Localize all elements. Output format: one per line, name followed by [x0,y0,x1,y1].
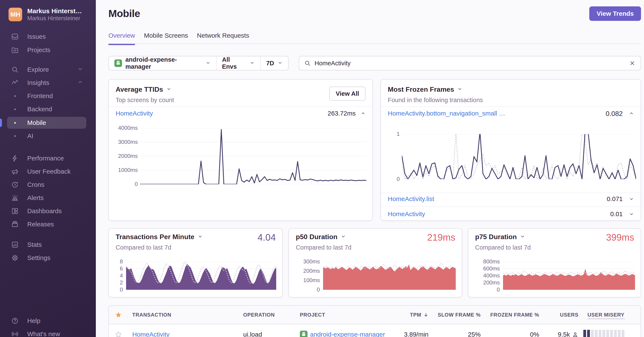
frozen-frames-title[interactable]: Most Frozen Frames [388,85,462,93]
org-switcher[interactable]: MH Markus Hinterst… Markus Hintersteiner [8,7,82,22]
users-cell: 9.5k [539,331,578,337]
y-tick: 400ms [468,272,500,279]
chevron-down-icon [198,233,203,241]
sidebar-item-releases[interactable]: Releases [11,218,90,230]
col-users[interactable]: USERS [539,312,578,318]
tpm-cell: 3.89/min [399,331,428,337]
p50-subtitle: Compared to last 7d [296,244,352,251]
archive-icon [11,220,19,228]
user-icon [572,331,578,337]
card-title-text: Most Frozen Frames [388,85,454,93]
sidebar-item-label: Frontend [27,92,53,100]
p50-title[interactable]: p50 Duration [296,233,346,241]
p50-card: p50 Duration 219ms Compared to last 7d 3… [288,228,462,298]
col-tpm[interactable]: TPM [399,312,428,318]
chevron-up-icon[interactable] [360,111,366,117]
sidebar-item-projects[interactable]: Projects [11,44,90,56]
sidebar-item-label: Performance [27,155,64,162]
col-user-misery[interactable]: USER MISERY [578,312,641,318]
sidebar-item-whats-new[interactable]: What's new [11,328,90,337]
col-frozen-frame[interactable]: FROZEN FRAME % [481,312,539,318]
sidebar-item-frontend[interactable]: Frontend [11,90,90,102]
col-tpm-label: TPM [410,312,421,318]
bullet-icon [11,95,19,97]
sidebar-item-label: Crons [27,181,44,188]
chevron-down-icon[interactable] [629,211,634,218]
y-tick: 1 [381,131,400,137]
divider [381,206,640,207]
page-title: Mobile [108,8,140,19]
sidebar-item-stats[interactable]: Stats [11,239,90,251]
avatar[interactable]: MH [8,8,22,21]
bullet-icon [11,135,19,137]
chevron-up-icon[interactable] [629,111,634,117]
sidebar-item-label: Dashboards [27,207,62,215]
megaphone-icon [11,168,19,175]
sidebar-item-alerts[interactable]: Alerts [11,192,90,204]
avg-ttids-card: Average TTIDs Top screens by count View … [108,79,373,221]
lightning-icon [11,154,19,162]
tab-bar: Overview Mobile Screens Network Requests [108,32,249,45]
sidebar-item-label: Settings [27,254,50,262]
tab-network-requests[interactable]: Network Requests [197,32,249,45]
sidebar-item-mobile[interactable]: Mobile [11,117,90,129]
bullet-icon [11,108,19,110]
transaction-link[interactable]: HomeActivity [388,210,425,218]
sidebar-item-label: Stats [27,241,42,248]
sidebar-item-performance[interactable]: Performance [11,152,90,164]
project-link[interactable]: android-expense-manager [310,331,385,337]
sidebar-item-label: Projects [27,46,50,54]
view-trends-button[interactable]: View Trends [589,6,641,21]
sort-desc-icon [423,312,428,318]
sidebar-item-user-feedback[interactable]: User Feedback [11,165,90,178]
y-tick: 100ms [289,277,320,284]
dashboard-icon [11,207,19,215]
p75-area-chart [503,262,635,290]
tab-mobile-screens[interactable]: Mobile Screens [144,32,188,45]
sidebar-item-insights[interactable]: Insights [11,77,90,89]
col-transaction[interactable]: TRANSACTION [128,312,239,318]
sidebar-item-crons[interactable]: Crons [11,179,90,191]
sidebar-item-settings[interactable]: Settings [11,252,90,264]
frozen-value: 0.082 [606,110,623,118]
tpm-title[interactable]: Transactions Per Minute [116,233,203,241]
divider [381,193,640,193]
project-selector[interactable]: android-expense-manager [109,56,216,70]
tab-overview[interactable]: Overview [108,32,135,45]
p75-card: p75 Duration 399ms Compared to last 7d 8… [468,228,641,298]
clear-search-icon[interactable] [629,60,636,66]
star-header-icon[interactable] [109,312,128,318]
transaction-link[interactable]: HomeActivity.list [388,195,434,203]
user-misery-bars [578,330,641,337]
col-operation[interactable]: OPERATION [239,312,296,318]
date-range-selector[interactable]: 7D [260,56,288,70]
avg-ttids-title[interactable]: Average TTIDs [116,85,172,93]
col-slow-frame[interactable]: SLOW FRAME % [428,312,481,318]
search-icon [304,60,311,66]
y-tick: 8 [109,258,123,265]
project-cell: android-expense-manager [296,331,399,337]
col-project[interactable]: PROJECT [296,312,399,318]
frozen-value: 0.01 [610,210,623,218]
search-input[interactable] [314,60,625,67]
sidebar-item-help[interactable]: Help [11,315,90,327]
sidebar-item-explore[interactable]: Explore [11,63,90,76]
chevron-down-icon[interactable] [629,196,634,203]
chevron-down-icon [278,60,282,67]
chevron-down-icon [340,233,346,241]
environment-selector[interactable]: All Envs [216,56,260,70]
transaction-link[interactable]: HomeActivity [132,331,170,337]
siren-icon [11,194,19,202]
view-all-button[interactable]: View All [329,87,366,101]
star-toggle-icon[interactable] [109,331,128,337]
transaction-link[interactable]: HomeActivity [116,110,153,117]
sidebar-item-backend[interactable]: Backend [11,103,90,115]
tab-bar-divider [108,43,641,44]
sidebar-item-ai[interactable]: AI [11,130,90,142]
search-bar[interactable] [299,56,641,70]
transaction-link[interactable]: HomeActivity.bottom_navigation_small … [388,110,505,117]
sidebar-item-issues[interactable]: Issues [11,30,90,43]
sidebar-item-dashboards[interactable]: Dashboards [11,205,90,217]
p75-title[interactable]: p75 Duration [475,233,526,241]
chevron-down-icon [206,60,210,67]
